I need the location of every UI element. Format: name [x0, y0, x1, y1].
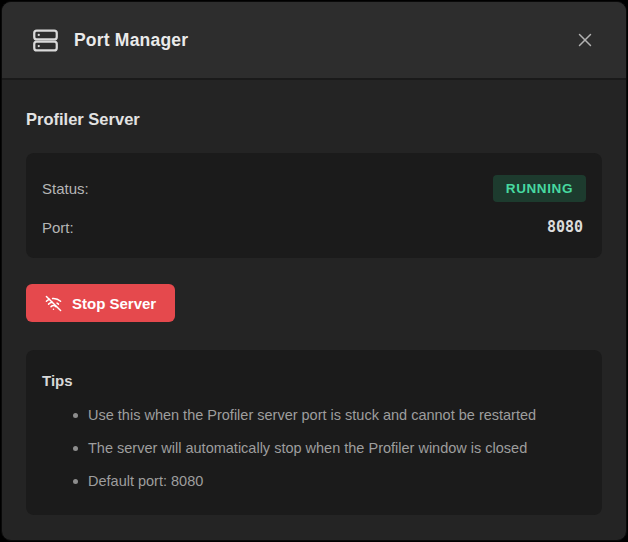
- titlebar: Port Manager: [2, 2, 626, 80]
- tips-heading: Tips: [42, 372, 586, 389]
- window-title: Port Manager: [74, 30, 568, 51]
- status-panel: Status: RUNNING Port: 8080: [26, 153, 602, 258]
- dialog-content: Profiler Server Status: RUNNING Port: 80…: [2, 80, 626, 515]
- status-row: Status: RUNNING: [42, 175, 586, 202]
- close-button[interactable]: [568, 23, 602, 57]
- port-value: 8080: [547, 218, 586, 236]
- port-row: Port: 8080: [42, 218, 586, 236]
- port-manager-dialog: Port Manager Profiler Server Status: RUN…: [1, 1, 627, 541]
- tips-list: Use this when the Profiler server port i…: [42, 405, 586, 491]
- close-icon: [574, 29, 596, 51]
- stop-server-button[interactable]: Stop Server: [26, 284, 175, 322]
- tip-item: Default port: 8080: [42, 471, 586, 491]
- tips-panel: Tips Use this when the Profiler server p…: [26, 350, 602, 515]
- status-badge: RUNNING: [493, 175, 586, 202]
- tip-item: The server will automatically stop when …: [42, 438, 586, 458]
- status-label: Status:: [42, 180, 89, 197]
- section-heading: Profiler Server: [26, 110, 602, 129]
- wifi-off-icon: [45, 295, 62, 312]
- server-icon: [32, 27, 59, 54]
- tip-item: Use this when the Profiler server port i…: [42, 405, 586, 425]
- stop-server-label: Stop Server: [72, 295, 156, 312]
- port-label: Port:: [42, 219, 74, 236]
